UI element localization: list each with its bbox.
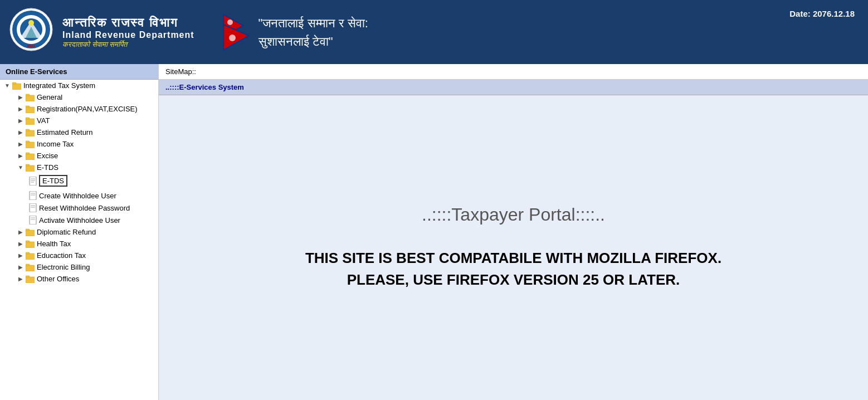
- svg-rect-15: [26, 94, 30, 96]
- expand-icon: ▶: [17, 240, 25, 248]
- expand-icon: ▼: [3, 82, 11, 90]
- svg-text:IRD: IRD: [27, 43, 35, 48]
- svg-rect-26: [26, 165, 35, 172]
- document-icon: [29, 177, 37, 186]
- sidebar-item-activate-withholdee[interactable]: Activate Withholdee User: [25, 214, 158, 226]
- svg-rect-32: [30, 191, 36, 200]
- svg-rect-13: [12, 82, 16, 84]
- vat-label: VAT: [37, 116, 50, 125]
- sidebar-item-education-tax[interactable]: ▶ Educaction Tax: [12, 250, 158, 261]
- diplomatic-refund-label: Diplomatic Refund: [37, 228, 96, 236]
- sidebar-item-diplomatic-refund[interactable]: ▶ Diplomatic Refund: [12, 226, 158, 238]
- svg-rect-24: [26, 154, 35, 160]
- sidebar-item-income-tax[interactable]: ▶ Income Tax: [12, 138, 158, 150]
- eservices-label: ..::::E-Services System: [165, 83, 244, 91]
- sidebar-item-estimated-return[interactable]: ▶ Estimated Return: [12, 126, 158, 138]
- svg-rect-50: [26, 276, 30, 277]
- svg-rect-45: [26, 253, 35, 260]
- svg-rect-38: [30, 216, 36, 225]
- header-subtitle-en: Inland Revenue Department: [62, 30, 194, 40]
- document-icon: [29, 216, 37, 225]
- activate-withholdee-label: Activate Withholdee User: [39, 216, 120, 225]
- main-layout: Online E-Services ▼ Integrated Tax Syste…: [0, 64, 868, 400]
- reset-password-label: Reset Withholdee Password: [39, 204, 130, 212]
- folder-icon: [26, 264, 35, 271]
- svg-rect-35: [30, 203, 36, 212]
- sidebar-item-etds-parent[interactable]: ▼ E-TDS: [12, 162, 158, 173]
- svg-rect-22: [26, 142, 35, 148]
- svg-rect-27: [26, 164, 30, 166]
- svg-rect-46: [26, 252, 30, 254]
- estimated-return-label: Estimated Return: [37, 128, 92, 136]
- header-date: Date: 2076.12.18: [789, 9, 855, 18]
- folder-icon: [26, 129, 35, 136]
- svg-point-6: [28, 20, 34, 26]
- income-tax-label: Income Tax: [37, 140, 74, 148]
- svg-point-11: [229, 35, 236, 41]
- svg-rect-28: [30, 177, 36, 186]
- document-icon: [29, 203, 37, 212]
- sidebar-item-excise[interactable]: ▶ Excise: [12, 150, 158, 162]
- excise-label: Excise: [37, 152, 58, 160]
- sidebar-header: Online E-Services: [0, 64, 158, 80]
- folder-icon: [26, 117, 35, 125]
- svg-rect-12: [12, 84, 21, 90]
- svg-rect-49: [26, 277, 35, 283]
- folder-icon: [26, 140, 35, 148]
- folder-icon: [12, 82, 21, 90]
- content-body: ..::::Taxpayer Portal::::.. THIS SITE IS…: [159, 95, 868, 400]
- svg-rect-19: [26, 118, 30, 119]
- expand-icon: ▶: [17, 264, 25, 271]
- sidebar-item-integrated-tax[interactable]: ▼ Integrated Tax System: [0, 80, 158, 91]
- expand-icon: ▶: [17, 228, 25, 236]
- svg-rect-23: [26, 141, 30, 143]
- portal-title: ..::::Taxpayer Portal::::..: [422, 204, 605, 225]
- svg-point-10: [227, 19, 233, 25]
- folder-icon: [26, 228, 35, 236]
- sidebar-children: ▶ General ▶ Registration(PAN,VAT,EXCISE)…: [0, 91, 158, 285]
- content-area: SiteMap:: ..::::E-Services System ..::::…: [159, 64, 868, 400]
- electronic-billing-label: Electronic Billing: [37, 263, 90, 271]
- general-label: General: [37, 93, 62, 101]
- svg-rect-18: [26, 119, 35, 125]
- svg-rect-14: [26, 95, 35, 101]
- svg-rect-47: [26, 265, 35, 271]
- integrated-tax-label: Integrated Tax System: [23, 81, 95, 90]
- page-header: IRD आन्तरिक राजस्व विभाग Inland Revenue …: [0, 0, 868, 64]
- header-title-block: आन्तरिक राजस्व विभाग Inland Revenue Depa…: [62, 16, 194, 49]
- sidebar-item-general[interactable]: ▶ General: [12, 91, 158, 103]
- svg-rect-25: [26, 153, 30, 154]
- etds-parent-label: E-TDS: [37, 163, 58, 172]
- sidebar-item-electronic-billing[interactable]: ▶ Electronic Billing: [12, 261, 158, 273]
- compat-line2: PLEASE, USE FIREFOX VERSION 25 OR LATER.: [305, 269, 721, 291]
- sidebar-item-other-offices[interactable]: ▶ Other Offices: [12, 273, 158, 285]
- sitemap-label: SiteMap::: [165, 67, 196, 76]
- other-offices-label: Other Offices: [37, 275, 79, 283]
- header-tagline: करदाताको सेवामा समर्पित: [62, 40, 194, 49]
- sidebar-item-reset-password[interactable]: Reset Withholdee Password: [25, 202, 158, 214]
- sidebar-item-vat[interactable]: ▶ VAT: [12, 115, 158, 126]
- expand-icon: ▶: [17, 117, 25, 125]
- folder-icon: [26, 240, 35, 248]
- create-withholdee-label: Create Withholdee User: [39, 192, 116, 200]
- svg-rect-41: [26, 230, 35, 236]
- compat-message: THIS SITE IS BEST COMPATABILE WITH MOZIL…: [305, 247, 721, 291]
- expand-icon: ▶: [17, 275, 25, 283]
- svg-rect-17: [26, 106, 30, 108]
- health-tax-label: Health Tax: [37, 240, 71, 248]
- sidebar-item-create-withholdee[interactable]: Create Withholdee User: [25, 189, 158, 202]
- svg-rect-44: [26, 241, 30, 242]
- registration-label: Registration(PAN,VAT,EXCISE): [37, 105, 138, 113]
- etds-children: E-TDS Create Withholdee User Reset Withh…: [12, 173, 158, 226]
- sidebar-item-registration[interactable]: ▶ Registration(PAN,VAT,EXCISE): [12, 103, 158, 115]
- document-icon: [29, 191, 37, 200]
- svg-rect-48: [26, 264, 30, 266]
- sidebar-item-etds-child[interactable]: E-TDS: [25, 173, 158, 188]
- flag-area: "जनतालाई सम्मान र सेवा: सुशासनलाई टेवा": [222, 13, 368, 51]
- svg-rect-42: [26, 229, 30, 231]
- folder-icon: [26, 94, 35, 101]
- sidebar-item-health-tax[interactable]: ▶ Health Tax: [12, 238, 158, 250]
- education-tax-label: Educaction Tax: [37, 251, 86, 260]
- expand-icon: ▼: [17, 164, 25, 172]
- header-title-nepali: आन्तरिक राजस्व विभाग: [62, 16, 194, 30]
